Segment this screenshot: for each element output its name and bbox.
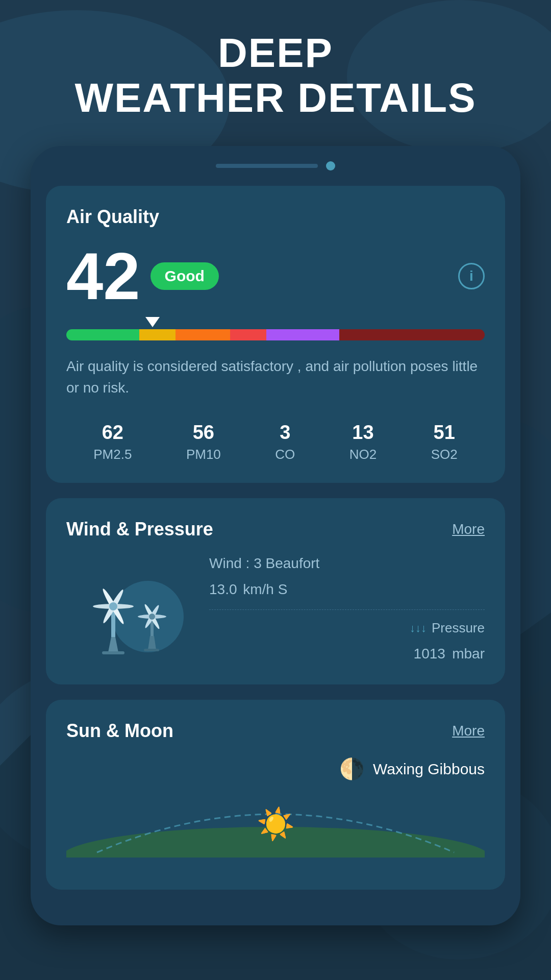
aq-scale-bar: [66, 329, 485, 340]
scale-seg-yellow: [139, 329, 176, 340]
aq-pointer: [145, 317, 160, 327]
air-quality-header: Air Quality: [66, 206, 485, 228]
moon-phase-row: 🌗 Waxing Gibbous: [66, 757, 485, 781]
metric-pm10-value: 56: [186, 422, 221, 444]
sun-moon-more-button[interactable]: More: [452, 723, 485, 739]
wind-pressure-title: Wind & Pressure: [66, 519, 213, 540]
phone-top-bar: [31, 161, 520, 170]
svg-point-19: [149, 614, 155, 620]
metric-so2: 51 SO2: [431, 422, 458, 462]
aqi-status-badge: Good: [151, 262, 219, 290]
wind-speed-unit: km/h S: [243, 581, 287, 597]
wind-turbines-illustration: [66, 555, 189, 657]
scale-seg-purple: [266, 329, 339, 340]
wind-divider: [209, 609, 485, 610]
pressure-row: ↓↓↓ Pressure 1013 mbar: [209, 620, 485, 664]
pressure-label-row: ↓↓↓ Pressure: [410, 620, 485, 636]
aq-metrics: 62 PM2.5 56 PM10 3 CO 13 NO2: [66, 416, 485, 462]
phone-bar-dot: [326, 161, 335, 170]
sun-arc-area: ☀️: [66, 796, 485, 857]
metric-so2-value: 51: [431, 422, 458, 444]
sun-moon-header: Sun & Moon More: [66, 720, 485, 742]
phone-mockup: Air Quality 42 Good i: [31, 146, 520, 925]
sun-icon: ☀️: [257, 806, 295, 842]
aq-description: Air quality is considered satisfactory ,…: [66, 356, 485, 399]
scale-seg-darkred: [339, 329, 485, 340]
moon-phase-label: Waxing Gibbous: [373, 761, 485, 778]
pressure-down-arrows: ↓↓↓: [410, 622, 427, 635]
sun-moon-card: Sun & Moon More 🌗 Waxing Gibbous ☀️: [46, 700, 505, 890]
metric-co: 3 CO: [275, 422, 295, 462]
wind-more-button[interactable]: More: [452, 521, 485, 537]
scale-seg-red: [230, 329, 266, 340]
aqi-value: 42: [66, 243, 140, 309]
metric-no2-value: 13: [349, 422, 377, 444]
svg-rect-21: [144, 649, 159, 651]
phone-bar-line: [216, 164, 318, 168]
page-title: DEEP WEATHER DETAILS: [20, 31, 531, 120]
wind-info: Wind : 3 Beaufort 13.0 km/h S ↓↓↓ Pressu…: [209, 555, 485, 664]
wind-pressure-card: Wind & Pressure More: [46, 498, 505, 684]
wind-beaufort-label: Wind : 3 Beaufort: [209, 555, 485, 572]
moon-icon: 🌗: [339, 757, 365, 781]
svg-point-12: [109, 602, 117, 610]
metric-no2-label: NO2: [349, 447, 377, 462]
wind-speed-value: 13.0 km/h S: [209, 575, 485, 599]
scale-seg-green: [66, 329, 139, 340]
sun-moon-title: Sun & Moon: [66, 720, 173, 742]
wind-content: Wind : 3 Beaufort 13.0 km/h S ↓↓↓ Pressu…: [66, 555, 485, 664]
metric-no2: 13 NO2: [349, 422, 377, 462]
info-icon[interactable]: i: [458, 263, 485, 289]
svg-rect-14: [102, 651, 124, 654]
metric-pm25: 62 PM2.5: [93, 422, 132, 462]
aq-number-row: 42 Good i: [66, 243, 485, 309]
air-quality-card: Air Quality 42 Good i: [46, 186, 505, 483]
metric-pm25-label: PM2.5: [93, 447, 132, 462]
svg-marker-13: [108, 637, 118, 652]
metric-pm10: 56 PM10: [186, 422, 221, 462]
wind-pressure-header: Wind & Pressure More: [66, 519, 485, 540]
metric-co-label: CO: [275, 447, 295, 462]
air-quality-title: Air Quality: [66, 206, 159, 228]
metric-pm10-label: PM10: [186, 447, 221, 462]
sun-moon-content: 🌗 Waxing Gibbous ☀️: [66, 757, 485, 869]
scale-seg-orange: [176, 329, 230, 340]
metric-pm25-value: 62: [93, 422, 132, 444]
pressure-unit: mbar: [452, 646, 485, 662]
metric-co-value: 3: [275, 422, 295, 444]
pressure-value: 1013 mbar: [414, 636, 485, 664]
metric-so2-label: SO2: [431, 447, 458, 462]
pressure-label: Pressure: [432, 620, 485, 636]
aq-scale-container: [66, 317, 485, 340]
